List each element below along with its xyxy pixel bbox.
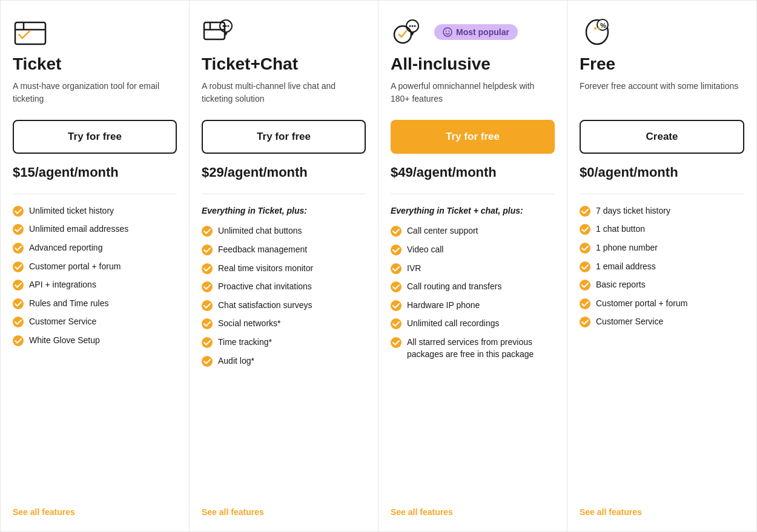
svg-rect-0 [15,22,45,44]
feature-item: Real time visitors monitor [202,263,366,275]
feature-item: Call routing and transfers [391,281,555,293]
svg-point-9 [13,317,24,327]
svg-point-37 [391,281,402,292]
free-features: 7 days ticket history 1 chat button 1 ph… [580,205,744,495]
svg-point-15 [223,25,225,27]
feature-item: 7 days ticket history [580,205,744,217]
svg-point-30 [414,25,416,27]
plan-all-inclusive: Most popular All-inclusive A powerful om… [378,1,567,531]
svg-point-38 [391,300,402,311]
plan-ticket-desc: A must-have organization tool for email … [13,80,177,107]
most-popular-badge: Most popular [434,24,518,40]
svg-point-36 [391,263,402,274]
check-icon [580,206,590,217]
svg-point-50 [580,280,590,291]
check-icon [202,263,213,274]
ticket-icon-area [13,18,177,47]
plan-all-inclusive-name: All-inclusive [391,55,555,74]
svg-point-33 [449,31,450,32]
plan-ticket-btn[interactable]: Try for free [13,120,177,154]
plan-free-desc: Forever free account with some limitatio… [580,80,744,107]
svg-point-5 [13,243,24,254]
svg-point-18 [202,226,213,237]
svg-text:%: % [600,22,606,29]
ticket-chat-icon [202,18,237,47]
check-icon [202,226,213,237]
feature-item: Customer portal + forum [580,298,744,310]
feature-item: 1 email address [580,261,744,273]
feature-item: 1 phone number [580,242,744,254]
svg-point-29 [412,25,414,27]
feature-item: Call center support [391,225,555,237]
ticket-chat-icon-area [202,18,366,47]
free-see-all[interactable]: See all features [580,507,744,517]
plan-all-inclusive-btn[interactable]: Try for free [391,120,555,154]
check-icon [13,280,24,291]
pricing-grid: Ticket A must-have organization tool for… [0,0,757,532]
feature-item: 1 chat button [580,223,744,235]
svg-point-28 [409,25,411,27]
all-inclusive-features-intro: Everything in Ticket + chat, plus: [391,205,555,217]
ticket-see-all[interactable]: See all features [13,507,177,517]
feature-item: IVR [391,263,555,275]
plan-ticket-chat-btn[interactable]: Try for free [202,120,366,154]
check-icon [202,356,213,367]
svg-point-20 [202,263,213,274]
most-popular-label: Most popular [456,27,509,37]
plan-free-name: Free [580,55,744,74]
svg-point-40 [391,337,402,348]
feature-item: Unlimited call recordings [391,318,555,330]
plan-ticket-chat-desc: A robust multi-channel live chat and tic… [202,80,366,107]
svg-point-3 [13,206,24,217]
svg-point-25 [202,356,213,367]
feature-item: Customer portal + forum [13,261,177,273]
svg-point-4 [13,224,24,235]
feature-item: Customer Service [580,316,744,328]
check-icon [580,317,590,327]
svg-point-24 [202,337,213,348]
feature-item: All starred services from previous packa… [391,337,555,360]
feature-item: Proactive chat invitations [202,281,366,293]
feature-item: Unlimited email addresses [13,223,177,235]
svg-point-48 [580,243,590,254]
check-icon [580,280,590,291]
svg-point-21 [202,281,213,292]
all-inclusive-see-all[interactable]: See all features [391,507,555,517]
all-inclusive-divider [391,194,555,194]
svg-point-17 [228,25,230,27]
feature-item: Chat satisfaction surveys [202,300,366,312]
feature-item: Audit log* [202,355,366,367]
svg-point-39 [391,318,402,329]
check-icon [391,263,402,274]
plan-free-btn[interactable]: Create [580,120,744,154]
check-icon [13,243,24,254]
check-icon [13,206,24,217]
svg-point-19 [202,245,213,255]
plan-all-inclusive-desc: A powerful omnichannel helpdesk with 180… [391,80,555,107]
feature-item: Social networks* [202,318,366,330]
plan-ticket-name: Ticket [13,55,177,74]
feature-item: Time tracking* [202,337,366,349]
plan-all-inclusive-price: $49/agent/month [391,165,555,180]
check-icon [391,281,402,292]
svg-point-16 [225,25,227,27]
check-icon [202,245,213,255]
svg-point-45 [598,27,600,30]
ticket-chat-divider [202,194,366,194]
svg-point-34 [391,226,402,237]
check-icon [580,224,590,235]
plan-free-price: $0/agent/month [580,165,744,180]
svg-point-10 [13,335,24,346]
free-icon: % [580,18,615,47]
ticket-chat-features-intro: Everything in Ticket, plus: [202,205,366,217]
feature-item: White Glove Setup [13,335,177,347]
feature-item: Basic reports [580,279,744,291]
check-icon [391,226,402,237]
svg-point-23 [202,318,213,329]
ticket-chat-see-all[interactable]: See all features [202,507,366,517]
svg-point-8 [13,298,24,309]
svg-point-49 [580,261,590,272]
check-icon [13,224,24,235]
ticket-divider [13,194,177,194]
feature-item: Customer Service [13,316,177,328]
